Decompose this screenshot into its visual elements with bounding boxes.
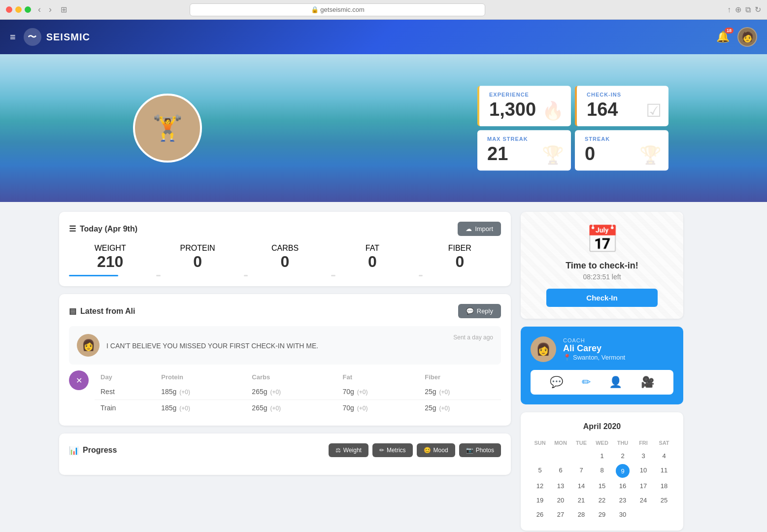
cal-day-6[interactable]: 6 bbox=[551, 464, 570, 478]
cal-day-12[interactable]: 12 bbox=[531, 480, 549, 492]
url-text: getseismic.com bbox=[320, 6, 365, 13]
cal-day-1[interactable]: 1 bbox=[593, 450, 611, 462]
cal-header-sun: SUN bbox=[531, 438, 549, 448]
address-bar[interactable]: 🔒 getseismic.com bbox=[190, 3, 485, 16]
hero-banner: 🏋️ EXPERIENCE 1,300 🔥 CHECK-INS 164 ☑ MA… bbox=[0, 54, 767, 202]
cal-day-20[interactable]: 20 bbox=[551, 494, 570, 506]
share-icon[interactable]: ↑ bbox=[727, 5, 731, 14]
max-streak-label: MAX STREAK bbox=[487, 136, 561, 142]
back-btn[interactable]: ‹ bbox=[35, 3, 44, 16]
cal-header-sat: SAT bbox=[655, 438, 673, 448]
weight-progress-btn[interactable]: ⚖ Weight bbox=[329, 443, 368, 457]
cal-day-13[interactable]: 13 bbox=[551, 480, 570, 492]
check-in-button[interactable]: Check-In bbox=[546, 289, 658, 307]
cal-day-8[interactable]: 8 bbox=[593, 464, 611, 478]
cal-day-18[interactable]: 18 bbox=[655, 480, 673, 492]
checkins-label: CHECK-INS bbox=[587, 92, 659, 98]
cal-day-25[interactable]: 25 bbox=[655, 494, 673, 506]
user-avatar-nav[interactable]: 🧑 bbox=[737, 27, 757, 47]
cal-day-19[interactable]: 19 bbox=[531, 494, 549, 506]
fiber-value: 0 bbox=[419, 253, 501, 271]
cal-day-30[interactable]: 30 bbox=[613, 508, 632, 521]
cal-day-4[interactable]: 4 bbox=[655, 450, 673, 462]
fat-train: 70g (+0) bbox=[336, 400, 419, 416]
col-protein: Protein bbox=[155, 370, 246, 384]
nutrition-grid: WEIGHT 210 PROTEIN 0 CARBS 0 FAT 0 bbox=[69, 244, 501, 276]
latest-card-title: ▤ Latest from Ali bbox=[69, 306, 135, 316]
cal-day-16[interactable]: 16 bbox=[613, 480, 632, 492]
edit-icon: ✏ bbox=[379, 447, 384, 454]
profile-coach-btn[interactable]: 👤 bbox=[609, 376, 622, 389]
fat-value: 0 bbox=[331, 253, 413, 271]
message-coach-btn[interactable]: 💬 bbox=[550, 376, 563, 389]
forward-btn[interactable]: › bbox=[46, 3, 55, 16]
weight-value: 210 bbox=[69, 253, 151, 271]
bell-badge: 18 bbox=[725, 28, 734, 33]
reply-button[interactable]: 💬 Reply bbox=[458, 304, 501, 318]
cal-day-2[interactable]: 2 bbox=[613, 450, 632, 462]
checkin-calendar-icon: 📅 bbox=[533, 224, 671, 255]
cal-header-fri: FRI bbox=[634, 438, 653, 448]
carbs-train: 265g (+0) bbox=[246, 400, 336, 416]
coach-actions: 💬 ✏ 👤 🎥 bbox=[531, 370, 673, 395]
cal-day-21[interactable]: 21 bbox=[572, 494, 591, 506]
notifications-bell[interactable]: 🔔 18 bbox=[716, 31, 730, 43]
list-icon: ☰ bbox=[69, 224, 76, 233]
progress-card: 📊 Progress ⚖ Weight ✏ Metrics 😊 Mood bbox=[59, 433, 511, 475]
message-area: 👩 Sent a day ago I CAN'T BELIEVE YOU MIS… bbox=[69, 326, 501, 365]
cal-day-27[interactable]: 27 bbox=[551, 508, 570, 521]
hamburger-menu-icon[interactable]: ≡ bbox=[10, 32, 16, 43]
cal-day-9-today[interactable]: 9 bbox=[616, 464, 630, 478]
calendar-grid: SUN MON TUE WED THU FRI SAT 1 2 3 4 5 6 … bbox=[531, 438, 673, 521]
weight-label: WEIGHT bbox=[95, 244, 126, 252]
fat-rest: 70g (+0) bbox=[336, 384, 419, 400]
tab-icon[interactable]: ⊞ bbox=[61, 5, 67, 14]
edit-coach-btn[interactable]: ✏ bbox=[582, 376, 591, 389]
cal-day-14[interactable]: 14 bbox=[572, 480, 591, 492]
window-controls bbox=[6, 6, 31, 13]
cal-header-thu: THU bbox=[613, 438, 632, 448]
minimize-window-btn[interactable] bbox=[15, 6, 22, 13]
cal-day-26[interactable]: 26 bbox=[531, 508, 549, 521]
cal-day-11[interactable]: 11 bbox=[655, 464, 673, 478]
close-window-btn[interactable] bbox=[6, 6, 12, 13]
cal-day-15[interactable]: 15 bbox=[593, 480, 611, 492]
refresh-icon[interactable]: ↻ bbox=[755, 5, 761, 14]
video-coach-btn[interactable]: 🎥 bbox=[641, 376, 654, 389]
nav-right: 🔔 18 🧑 bbox=[716, 27, 757, 47]
window-icon[interactable]: ⧉ bbox=[745, 5, 751, 14]
profile-avatar[interactable]: 🏋️ bbox=[133, 94, 202, 163]
checkins-stat-card: CHECK-INS 164 ☑ bbox=[575, 86, 668, 126]
carbs-rest: 265g (+0) bbox=[246, 384, 336, 400]
fiber-train: 25g (+0) bbox=[419, 400, 501, 416]
checkin-card: 📅 Time to check-in! 08:23:51 left Check-… bbox=[521, 212, 683, 319]
latest-card: ▤ Latest from Ali 💬 Reply 👩 Sent a day a… bbox=[59, 294, 511, 426]
fiber-item: FIBER 0 bbox=[419, 244, 501, 276]
photos-progress-btn[interactable]: 📷 Photos bbox=[459, 443, 501, 457]
cal-day-10[interactable]: 10 bbox=[634, 464, 653, 478]
cal-header-tue: TUE bbox=[572, 438, 591, 448]
cal-day-22[interactable]: 22 bbox=[593, 494, 611, 506]
import-button[interactable]: ☁ Import bbox=[458, 222, 501, 236]
metrics-progress-btn[interactable]: ✏ Metrics bbox=[372, 443, 413, 457]
cal-day-29[interactable]: 29 bbox=[593, 508, 611, 521]
main-left-column: ☰ Today (Apr 9th) ☁ Import WEIGHT 210 PR… bbox=[59, 212, 511, 531]
cal-day-23[interactable]: 23 bbox=[613, 494, 632, 506]
camera-icon: 📷 bbox=[466, 447, 473, 454]
cal-day-17[interactable]: 17 bbox=[634, 480, 653, 492]
col-carbs: Carbs bbox=[246, 370, 336, 384]
cal-day-7[interactable]: 7 bbox=[572, 464, 591, 478]
cal-day-28[interactable]: 28 bbox=[572, 508, 591, 521]
bookmark-icon[interactable]: ⊕ bbox=[735, 5, 741, 14]
coach-details: COACH Ali Carey 📍 Swanton, Vermont bbox=[563, 337, 625, 361]
mood-progress-btn[interactable]: 😊 Mood bbox=[417, 443, 455, 457]
carbs-bar bbox=[244, 275, 248, 276]
fullscreen-window-btn[interactable] bbox=[25, 6, 31, 13]
cal-day-5[interactable]: 5 bbox=[531, 464, 549, 478]
col-fat: Fat bbox=[336, 370, 419, 384]
cal-day-24[interactable]: 24 bbox=[634, 494, 653, 506]
cal-empty-4 bbox=[634, 508, 653, 521]
cal-day-3[interactable]: 3 bbox=[634, 450, 653, 462]
macro-table-wrapper: ✕ Day Protein Carbs Fat Fiber Rest bbox=[69, 370, 501, 416]
protein-label: PROTEIN bbox=[180, 244, 215, 252]
